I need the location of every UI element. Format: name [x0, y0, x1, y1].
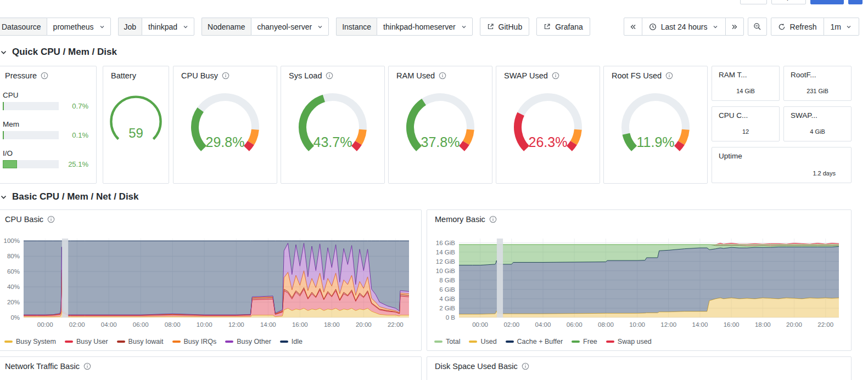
panel-header[interactable]: Memory Basic [427, 210, 851, 224]
section-quick-cpu-mem-disk[interactable]: Quick CPU / Mem / Disk [0, 47, 117, 58]
panel-header[interactable]: Root FS Used [604, 66, 707, 80]
stat-panel-rootf: RootF...231 GiB [783, 66, 852, 101]
legend-item-used[interactable]: Used [469, 338, 496, 345]
gauge: 26.3% [500, 86, 596, 160]
info-icon[interactable] [665, 72, 673, 80]
cpu-basic-chart[interactable]: 0%20%40%60%80%100%00:0002:0004:0006:0008… [2, 234, 417, 331]
zoom-out-time-button[interactable] [748, 18, 767, 36]
info-icon[interactable] [552, 72, 559, 80]
legend-item-busy-user[interactable]: Busy User [65, 338, 108, 345]
gauge: 11.9% [608, 86, 703, 160]
grafana-dashboard: ☆ Edit Export Share Datasourceprometheus… [0, 0, 868, 380]
panel-header[interactable]: RootF... [784, 66, 851, 79]
network-traffic-basic-panel: Network Traffic Basic [0, 356, 422, 380]
chevron-down-icon [712, 24, 719, 30]
dashboard-toolbar: DatasourceprometheusJobthinkpadNodenamec… [0, 18, 859, 36]
cpu-basic-panel: CPU Basic 0%20%40%60%80%100%00:0002:0004… [0, 209, 422, 351]
svg-text:00:00: 00:00 [472, 321, 488, 328]
legend-item-free[interactable]: Free [572, 338, 597, 345]
info-icon[interactable] [47, 215, 55, 223]
svg-text:14:00: 14:00 [260, 321, 276, 328]
legend-item-busy-irqs[interactable]: Busy IRQs [172, 338, 217, 345]
gauge-value: 59 [128, 126, 143, 140]
refresh-interval-picker[interactable]: 1m [824, 18, 859, 36]
github-link-button[interactable]: GitHub [480, 18, 530, 36]
section-basic-cpu-mem-net-disk[interactable]: Basic CPU / Mem / Net / Disk [0, 191, 139, 202]
cpu-legend: Busy SystemBusy UserBusy IowaitBusy IRQs… [4, 338, 303, 345]
legend-label: Busy Other [237, 338, 271, 345]
legend-color-swatch [434, 341, 443, 343]
info-icon[interactable] [83, 362, 91, 370]
memory-basic-panel: Memory Basic 0 B2 GiB4 GiB6 GiB8 GiB10 G… [427, 209, 852, 351]
filter-value-dropdown[interactable]: thinkpad-homeserver [377, 18, 473, 36]
panel-header[interactable]: Network Traffic Basic [0, 357, 421, 371]
stat-panel-swap: SWAP...4 GiB [783, 106, 852, 141]
panel-header[interactable]: CPU Busy [173, 66, 277, 80]
pressure-row-mem: Mem 0.1% [3, 120, 88, 139]
filter-value-dropdown[interactable]: thinkpad [142, 18, 194, 36]
panel-header[interactable]: RAM Used [389, 66, 492, 80]
refresh-button[interactable]: Refresh [771, 18, 824, 36]
legend-item-swap-used[interactable]: Swap used [606, 338, 652, 345]
info-icon[interactable] [439, 72, 446, 80]
svg-text:00:00: 00:00 [37, 321, 53, 328]
panel-header[interactable]: Pressure [0, 66, 96, 80]
share-caret-button[interactable] [848, 0, 863, 4]
panel-header[interactable]: Uptime [712, 148, 851, 160]
filter-value: thinkpad-homeserver [383, 22, 456, 31]
bar-gauge-fill [3, 160, 17, 168]
edit-button[interactable]: Edit [740, 0, 766, 4]
svg-text:06:00: 06:00 [567, 321, 583, 328]
svg-text:20:00: 20:00 [356, 321, 372, 328]
legend-label: Idle [292, 338, 303, 345]
grafana-link-button[interactable]: Grafana [536, 18, 590, 36]
svg-text:100%: 100% [4, 237, 20, 244]
panel-header[interactable]: Sys Load [281, 66, 384, 80]
double-chevron-left-icon [629, 23, 637, 31]
info-icon[interactable] [41, 72, 48, 80]
info-icon[interactable] [222, 72, 229, 80]
export-button[interactable]: Export [771, 0, 807, 4]
filter-value-dropdown[interactable]: prometheus [47, 18, 111, 36]
time-shift-forward-button[interactable] [725, 18, 744, 36]
panel-header[interactable]: SWAP... [784, 107, 851, 120]
panel-header[interactable]: Battery [103, 66, 169, 80]
section-title: Basic CPU / Mem / Net / Disk [12, 191, 139, 202]
legend-color-swatch [172, 341, 181, 343]
memory-basic-chart[interactable]: 0 B2 GiB4 GiB6 GiB8 GiB10 GiB12 GiB14 Gi… [432, 234, 847, 331]
panel-header[interactable]: CPU C... [712, 107, 779, 120]
legend-item-busy-other[interactable]: Busy Other [225, 338, 271, 345]
legend-item-total[interactable]: Total [434, 338, 460, 345]
battery-panel: Battery 59 [103, 66, 169, 184]
panel-title: RAM Used [396, 71, 435, 80]
panel-header[interactable]: Disk Space Used Basic [427, 357, 851, 371]
filter-label: Datasource [0, 18, 47, 36]
svg-text:0%: 0% [10, 314, 20, 321]
time-shift-back-button[interactable] [624, 18, 642, 36]
info-icon[interactable] [326, 72, 333, 80]
info-icon[interactable] [522, 362, 529, 370]
section-title: Quick CPU / Mem / Disk [12, 47, 117, 58]
pressure-row-label: I/O [3, 149, 88, 157]
legend-item-idle[interactable]: Idle [280, 338, 303, 345]
time-range-picker[interactable]: Last 24 hours [642, 18, 726, 36]
share-button[interactable]: Share [810, 0, 844, 4]
filter-label: Nodename [201, 18, 251, 36]
panel-title: CPU Busy [181, 71, 218, 80]
legend-item-busy-system[interactable]: Busy System [4, 338, 56, 345]
svg-text:80%: 80% [7, 253, 20, 259]
legend-label: Busy IRQs [184, 338, 217, 345]
bar-gauge [3, 131, 59, 139]
legend-item-cache-buffer[interactable]: Cache + Buffer [506, 338, 563, 345]
panel-header[interactable]: CPU Basic [0, 210, 421, 224]
info-icon[interactable] [489, 215, 497, 223]
panel-header[interactable]: RAM T... [712, 66, 779, 79]
panel-header[interactable]: SWAP Used [496, 66, 600, 80]
refresh-interval-label: 1m [831, 22, 841, 31]
legend-color-swatch [225, 341, 233, 343]
legend-item-busy-iowait[interactable]: Busy Iowait [117, 338, 164, 345]
battery-gauge: 59 [103, 86, 169, 151]
filter-value-dropdown[interactable]: chanyeol-server [251, 18, 329, 36]
legend-label: Total [446, 338, 460, 345]
legend-color-swatch [469, 341, 477, 343]
